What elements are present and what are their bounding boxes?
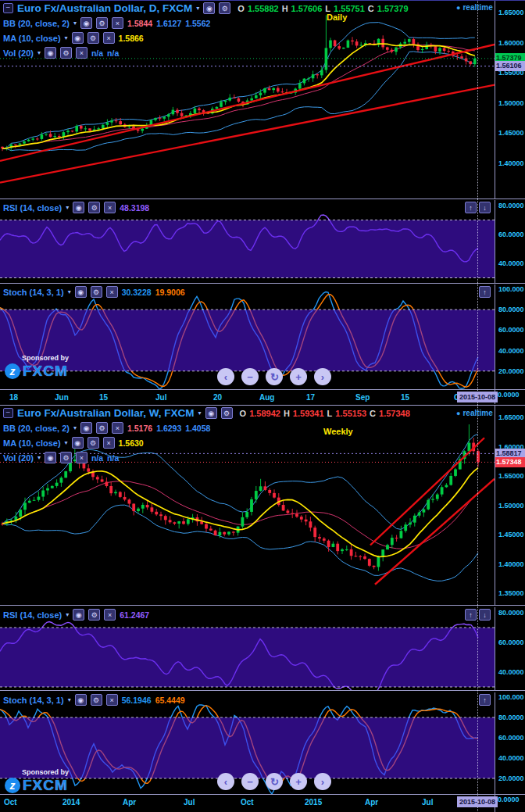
gear-icon[interactable]: ⚙	[88, 437, 99, 449]
eye-icon[interactable]: ◉	[205, 407, 217, 419]
move-pane-up-button[interactable]: ↑	[465, 202, 477, 213]
ma-legend-label[interactable]: MA (10, close)	[3, 34, 61, 43]
axis-tick: 100.000	[498, 285, 524, 293]
daily-stoch-axis[interactable]: 100.00080.000060.000040.000020.0000	[495, 284, 525, 389]
daily-chart-section: 1.650001.600001.550001.500001.450001.400…	[0, 0, 525, 405]
collapse-icon[interactable]: −	[3, 408, 13, 418]
chevron-down-icon[interactable]: ▾	[68, 696, 71, 703]
close-icon[interactable]: ×	[103, 437, 115, 449]
close-icon[interactable]: ×	[103, 32, 115, 44]
move-pane-up-button[interactable]: ↑	[465, 609, 477, 621]
vol-legend-label[interactable]: Vol (20)	[3, 48, 34, 58]
eye-icon[interactable]: ◉	[75, 694, 87, 706]
daily-price-canvas[interactable]	[0, 1, 495, 199]
chart-title[interactable]: Euro Fx/Australian Dollar, W, FXCM	[17, 407, 195, 419]
eye-icon[interactable]: ◉	[72, 437, 84, 449]
reset-view-button[interactable]: ↻	[266, 368, 283, 385]
gear-icon[interactable]: ⚙	[88, 202, 100, 213]
ma-legend-label[interactable]: MA (10, close)	[3, 438, 61, 448]
vol-legend-label[interactable]: Vol (20)	[3, 453, 34, 463]
eye-icon[interactable]: ◉	[73, 609, 84, 621]
zoom-in-button[interactable]: +	[290, 368, 307, 385]
chevron-down-icon[interactable]: ▾	[65, 34, 68, 41]
chevron-down-icon[interactable]: ▾	[38, 454, 41, 461]
close-icon[interactable]: ×	[112, 422, 123, 434]
close-icon[interactable]: ×	[104, 202, 116, 213]
stoch-legend-label[interactable]: Stoch (14, 3, 1)	[3, 696, 64, 705]
chevron-down-icon[interactable]: ▾	[68, 288, 71, 295]
daily-price-pane[interactable]: 1.650001.600001.550001.500001.450001.400…	[0, 1, 525, 199]
close-icon[interactable]: ×	[104, 609, 116, 621]
collapse-icon[interactable]: −	[3, 3, 13, 13]
close-icon[interactable]: ×	[106, 694, 118, 706]
gear-icon[interactable]: ⚙	[96, 17, 108, 29]
axis-tick: 1.45000	[498, 531, 524, 538]
daily-rsi-pane[interactable]: 80.000060.000040.0000 ↑ ↓ RSI (14, close…	[0, 200, 525, 284]
price-flag: 1.56106	[495, 61, 525, 71]
zoom-out-button[interactable]: −	[241, 368, 259, 385]
gear-icon[interactable]: ⚙	[91, 286, 102, 298]
chevron-down-icon[interactable]: ▾	[66, 611, 69, 618]
eye-icon[interactable]: ◉	[203, 2, 215, 14]
weekly-price-pane[interactable]: 1.650001.600001.550001.500001.450001.400…	[0, 406, 525, 606]
zoom-out-button[interactable]: −	[241, 773, 259, 790]
gear-icon[interactable]: ⚙	[221, 407, 233, 419]
ohlc-readout: O1.55882 H1.57606 L1.55751 C1.57379	[238, 4, 408, 13]
gear-icon[interactable]: ⚙	[91, 694, 102, 706]
move-pane-down-button[interactable]: ↓	[479, 609, 491, 621]
daily-time-axis[interactable]: 18Jun15Jul20Aug17Sep15Oct2015-10-080.000…	[0, 390, 525, 404]
chevron-down-icon[interactable]: ▾	[38, 49, 41, 56]
bb-legend-label[interactable]: BB (20, close, 2)	[3, 19, 70, 28]
pan-right-button[interactable]: ›	[314, 368, 331, 385]
weekly-price-axis[interactable]: 1.650001.600001.550001.500001.450001.400…	[495, 406, 525, 605]
stoch-d-value: 65.4449	[155, 696, 185, 705]
eye-icon[interactable]: ◉	[80, 422, 92, 434]
chevron-down-icon[interactable]: ▾	[65, 439, 68, 446]
rsi-legend-label[interactable]: RSI (14, close)	[3, 203, 62, 213]
close-icon[interactable]: ×	[76, 452, 88, 463]
stoch-legend-label[interactable]: Stoch (14, 3, 1)	[3, 288, 64, 297]
eye-icon[interactable]: ◉	[73, 202, 84, 213]
chevron-down-icon[interactable]: ▾	[66, 204, 69, 211]
rsi-legend-label[interactable]: RSI (14, close)	[3, 610, 62, 620]
chevron-down-icon[interactable]: ▾	[73, 424, 77, 431]
move-pane-up-button[interactable]: ↑	[479, 286, 491, 298]
eye-icon[interactable]: ◉	[75, 286, 87, 298]
sponsor-logo[interactable]: Sponsored by z FXCM	[5, 768, 69, 794]
daily-price-axis[interactable]: 1.650001.600001.550001.500001.450001.400…	[495, 1, 525, 199]
eye-icon[interactable]: ◉	[80, 17, 92, 29]
pan-right-button[interactable]: ›	[314, 773, 331, 790]
weekly-rsi-pane[interactable]: 80.000060.000040.0000 ↑ ↓ RSI (14, close…	[0, 607, 525, 691]
gear-icon[interactable]: ⚙	[60, 47, 72, 59]
zoom-in-button[interactable]: +	[290, 773, 307, 790]
weekly-price-canvas[interactable]	[0, 406, 495, 605]
realtime-dot-icon: ●	[456, 4, 460, 12]
daily-rsi-axis[interactable]: 80.000060.000040.0000	[495, 200, 525, 283]
gear-icon[interactable]: ⚙	[60, 452, 72, 463]
gear-icon[interactable]: ⚙	[219, 2, 230, 14]
axis-tick: 80.0000	[498, 714, 524, 721]
weekly-stoch-axis[interactable]: 100.00080.000060.000040.000020.0000	[495, 692, 525, 794]
pan-left-button[interactable]: ‹	[217, 773, 234, 790]
close-icon[interactable]: ×	[112, 17, 123, 29]
gear-icon[interactable]: ⚙	[88, 609, 100, 621]
close-icon[interactable]: ×	[76, 47, 88, 59]
close-icon[interactable]: ×	[106, 286, 118, 298]
weekly-time-axis[interactable]: Oct2014AprJulOct2015AprJul2015-10-080.00…	[0, 795, 525, 812]
weekly-rsi-axis[interactable]: 80.000060.000040.0000	[495, 607, 525, 690]
move-pane-down-button[interactable]: ↓	[479, 202, 491, 213]
chevron-down-icon[interactable]: ▾	[73, 20, 77, 27]
chevron-down-icon[interactable]: ▾	[198, 410, 202, 417]
eye-icon[interactable]: ◉	[45, 47, 56, 59]
sponsor-logo[interactable]: Sponsored by z FXCM	[5, 354, 69, 380]
gear-icon[interactable]: ⚙	[88, 32, 99, 44]
move-pane-up-button[interactable]: ↑	[479, 694, 491, 706]
pan-left-button[interactable]: ‹	[217, 368, 234, 385]
eye-icon[interactable]: ◉	[45, 452, 56, 463]
chevron-down-icon[interactable]: ▾	[196, 5, 199, 12]
gear-icon[interactable]: ⚙	[96, 422, 108, 434]
eye-icon[interactable]: ◉	[72, 32, 84, 44]
reset-view-button[interactable]: ↻	[266, 773, 283, 790]
chart-title[interactable]: Euro Fx/Australian Dollar, D, FXCM	[17, 2, 192, 14]
bb-legend-label[interactable]: BB (20, close, 2)	[3, 424, 70, 433]
